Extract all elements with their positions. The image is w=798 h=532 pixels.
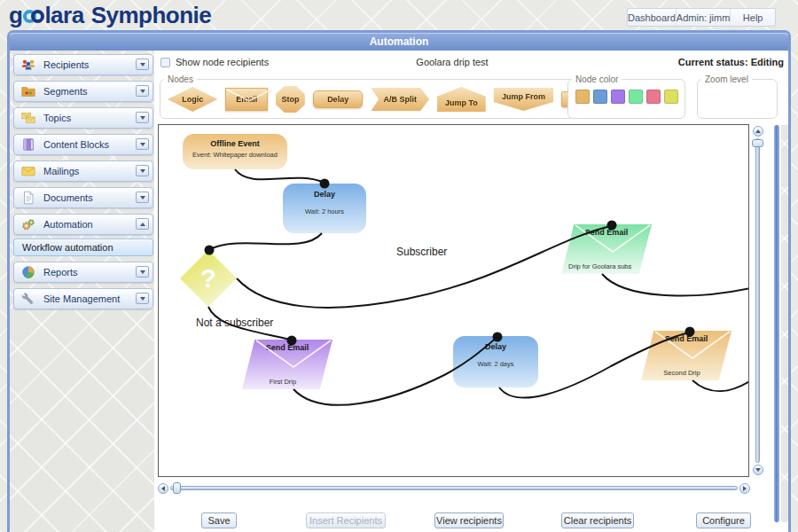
color-swatch-blue[interactable] bbox=[593, 90, 607, 104]
canvas-scroll-up-button[interactable] bbox=[753, 126, 763, 137]
chevron-up-icon bbox=[140, 223, 145, 226]
canvas-horizontal-scroll-thumb[interactable] bbox=[173, 482, 181, 494]
palette-node-jump-to[interactable]: Jump To bbox=[437, 87, 486, 112]
recipients-icon bbox=[20, 57, 36, 73]
nav-dashboard[interactable]: Dashboard bbox=[628, 9, 677, 26]
edge-label-subscriber: Subscriber bbox=[396, 246, 447, 258]
sidebar-item-documents[interactable]: Documents bbox=[13, 187, 153, 208]
expand-button[interactable] bbox=[136, 112, 149, 123]
sidebar-item-automation[interactable]: Automation bbox=[13, 214, 153, 235]
sidebar-item-label: Documents bbox=[43, 192, 93, 203]
node-send-email-first-drip[interactable]: Send Email First Drip bbox=[242, 340, 332, 389]
canvas-horizontal-scrollbar[interactable] bbox=[170, 486, 738, 490]
arrow-down-icon bbox=[755, 468, 761, 472]
documents-icon bbox=[20, 190, 36, 206]
expand-button[interactable] bbox=[136, 59, 149, 70]
expand-button[interactable] bbox=[136, 165, 149, 176]
connection-wires bbox=[159, 125, 749, 477]
node-title: Delay bbox=[453, 342, 538, 351]
node-color-picker: Node color bbox=[567, 74, 685, 119]
logo-ring-icon bbox=[31, 10, 44, 23]
sidebar-item-site-management[interactable]: Site Management bbox=[13, 288, 153, 309]
sidebar-item-label: Reports bbox=[43, 267, 78, 278]
node-offline-event[interactable]: Offline Event Event: Whitepaper download bbox=[183, 134, 287, 169]
node-send-email-goolara-subs[interactable]: Send Email Drip for Goolara subs bbox=[561, 224, 652, 274]
expand-button[interactable] bbox=[136, 293, 149, 304]
node-title: Send Email bbox=[242, 343, 332, 352]
chevron-down-icon bbox=[140, 116, 145, 120]
node-decision-diamond[interactable]: ? bbox=[180, 250, 237, 307]
sidebar-item-label: Site Management bbox=[43, 293, 120, 304]
sidebar-item-mailings[interactable]: Mailings bbox=[13, 160, 153, 182]
wire-decision-to-email-sub bbox=[237, 226, 611, 308]
sidebar-item-content-blocks[interactable]: Content Blocks bbox=[13, 134, 153, 155]
logo-lara: lara bbox=[44, 2, 83, 29]
node-send-email-second-drip[interactable]: Send Email Second Drip bbox=[641, 331, 732, 380]
configure-button[interactable]: Configure bbox=[696, 512, 751, 528]
current-status: Current status: Editing bbox=[678, 57, 784, 67]
question-mark: ? bbox=[200, 263, 216, 293]
view-recipients-button[interactable]: View recipients bbox=[434, 512, 504, 528]
sidebar-item-segments[interactable]: Segments bbox=[13, 81, 153, 102]
node-title: Send Email bbox=[641, 334, 732, 343]
save-button[interactable]: Save bbox=[201, 512, 237, 528]
sidebar-item-topics[interactable]: Topics bbox=[13, 107, 153, 129]
expand-button[interactable] bbox=[136, 138, 149, 150]
chevron-down-icon bbox=[140, 143, 145, 146]
sidebar-subitem-workflow-automation[interactable]: Workflow automation bbox=[13, 239, 153, 256]
show-node-recipients-checkbox[interactable] bbox=[160, 58, 170, 67]
status-value: Editing bbox=[751, 57, 784, 67]
palette-node-stop[interactable]: Stop bbox=[276, 86, 305, 113]
goolara-logo: glara Symphonie bbox=[9, 1, 211, 29]
collapse-button[interactable] bbox=[136, 218, 149, 230]
sidebar-item-label: Recipients bbox=[43, 59, 89, 70]
palette-node-ab-split[interactable]: A/B Split bbox=[371, 88, 429, 111]
wire-email-second-out bbox=[692, 380, 749, 391]
canvas-scroll-down-button[interactable] bbox=[753, 465, 763, 475]
palette-node-email[interactable]: Email bbox=[225, 88, 268, 111]
color-swatch-purple[interactable] bbox=[611, 90, 625, 104]
zoom-control: Zoom level bbox=[697, 74, 778, 119]
insert-recipients-button[interactable]: Insert Recipients bbox=[306, 512, 386, 528]
color-swatch-pink[interactable] bbox=[646, 90, 661, 104]
node-title: Offline Event bbox=[183, 139, 287, 148]
topics-icon bbox=[20, 110, 36, 126]
color-swatch-green[interactable] bbox=[629, 90, 643, 104]
node-subtitle: Second Drip bbox=[641, 369, 723, 377]
sidebar-item-recipients[interactable]: Recipients bbox=[13, 54, 153, 75]
color-swatch-tan[interactable] bbox=[575, 90, 590, 104]
clear-recipients-button[interactable]: Clear recipients bbox=[561, 512, 634, 528]
workflow-canvas[interactable]: Offline Event Event: Whitepaper download… bbox=[158, 124, 749, 477]
nav-help[interactable]: Help bbox=[731, 9, 775, 26]
canvas-vertical-scroll-thumb[interactable] bbox=[752, 139, 763, 147]
canvas-scroll-right-button[interactable] bbox=[739, 483, 750, 494]
sidebar-item-label: Mailings bbox=[43, 166, 79, 176]
palette-node-jump-from[interactable]: Jump From bbox=[494, 88, 553, 111]
color-swatches bbox=[568, 84, 685, 104]
reports-icon bbox=[20, 264, 36, 280]
canvas-scroll-left-button[interactable] bbox=[158, 483, 168, 494]
color-swatch-yellow[interactable] bbox=[664, 90, 678, 104]
node-subtitle: Event: Whitepaper download bbox=[183, 151, 287, 159]
chevron-down-icon bbox=[140, 169, 145, 173]
panel-title: Automation bbox=[10, 33, 788, 51]
canvas-vertical-scrollbar[interactable] bbox=[755, 138, 760, 463]
mailings-icon bbox=[20, 163, 36, 179]
segments-icon bbox=[20, 83, 36, 99]
node-delay-2-days[interactable]: Delay Wait: 2 days bbox=[453, 336, 538, 387]
arrow-right-icon bbox=[743, 486, 747, 491]
logo-g: g bbox=[9, 2, 22, 29]
palette-node-logic[interactable]: Logic bbox=[168, 87, 217, 112]
zoom-legend: Zoom level bbox=[701, 74, 752, 84]
node-delay-2-hours[interactable]: Delay Wait: 2 hours bbox=[283, 184, 366, 233]
expand-button[interactable] bbox=[136, 266, 149, 278]
chevron-down-icon bbox=[140, 196, 145, 200]
nav-admin[interactable]: Admin: jimm bbox=[677, 9, 732, 26]
expand-button[interactable] bbox=[136, 85, 149, 97]
node-title: Send Email bbox=[561, 228, 652, 237]
node-color-legend: Node color bbox=[572, 74, 622, 84]
page: glara Symphonie Dashboard Admin: jimm He… bbox=[0, 0, 798, 532]
palette-node-delay[interactable]: Delay bbox=[313, 90, 364, 108]
sidebar-item-reports[interactable]: Reports bbox=[13, 262, 153, 283]
expand-button[interactable] bbox=[136, 192, 149, 203]
